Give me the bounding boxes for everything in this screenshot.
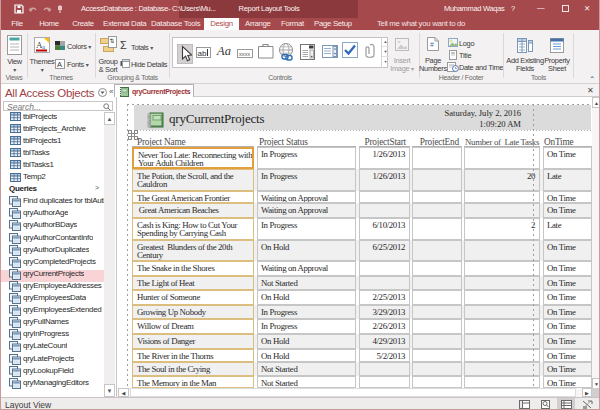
svg-text:⇅: ⇅: [110, 38, 115, 44]
svg-text:A: A: [57, 60, 62, 69]
svg-text:ab: ab: [198, 49, 207, 58]
svg-text:#: #: [430, 41, 434, 48]
svg-text:xxxx: xxxx: [239, 51, 250, 57]
